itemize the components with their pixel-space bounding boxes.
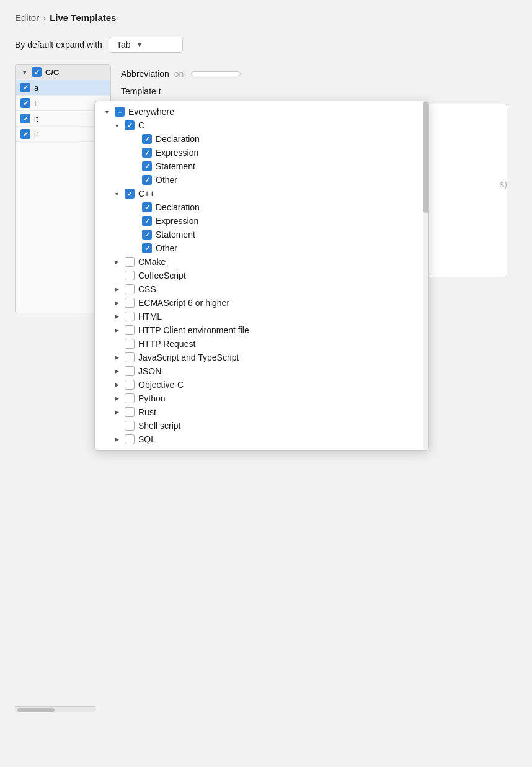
dropdown-item[interactable]: CoffeeScript	[95, 269, 428, 282]
chevron-right-icon: ▶	[112, 409, 121, 415]
horizontal-scrollbar[interactable]	[15, 706, 95, 712]
checkbox-checked[interactable]	[142, 216, 152, 226]
dropdown-item-label: CMake	[138, 257, 166, 267]
abbreviation-suffix: on:	[174, 69, 186, 79]
chevron-right-icon: ▶	[112, 259, 121, 265]
chevron-right-icon: ▶	[112, 354, 121, 361]
checkbox-empty[interactable]	[125, 434, 135, 444]
dropdown-item[interactable]: Expression	[95, 146, 428, 159]
dropdown-item-label: Objective-C	[138, 380, 184, 390]
checkbox-checked[interactable]	[142, 161, 152, 171]
expand-select-value: Tab	[117, 40, 131, 50]
chevron-right-icon: ▶	[112, 395, 121, 401]
partial-text: s)	[500, 179, 507, 189]
abbreviation-label: Abbreviation	[121, 69, 169, 79]
dropdown-scroll-area[interactable]: ▾Everywhere▾CDeclarationExpressionStatem…	[95, 101, 428, 450]
dropdown-item[interactable]: Statement	[95, 228, 428, 241]
dropdown-item-label: Shell script	[138, 421, 180, 431]
checkbox-empty[interactable]	[125, 421, 135, 431]
dropdown-item[interactable]: ▶CSS	[95, 282, 428, 296]
dropdown-item[interactable]: Statement	[95, 159, 428, 173]
abbreviation-input[interactable]	[191, 71, 241, 76]
group-checkbox[interactable]	[32, 67, 42, 77]
chevron-right-icon: ▶	[112, 300, 121, 306]
dropdown-item-label: Statement	[156, 230, 195, 240]
chevron-right-icon: ▶	[112, 327, 121, 333]
checkbox-empty[interactable]	[125, 325, 135, 335]
checkbox-checked[interactable]	[125, 120, 135, 130]
dropdown-item[interactable]: ▾C	[95, 119, 428, 132]
item-checkbox[interactable]	[20, 129, 30, 139]
dropdown-item[interactable]: ▶HTML	[95, 310, 428, 323]
chevron-down-icon: ▾	[20, 68, 28, 76]
item-checkbox[interactable]	[20, 83, 30, 92]
dropdown-item[interactable]: Other	[95, 173, 428, 187]
dropdown-item-label: Everywhere	[128, 107, 174, 117]
chevron-right-icon: ▶	[112, 382, 121, 388]
expand-row: By default expand with Tab ▾	[15, 37, 517, 53]
dropdown-item[interactable]: ▶JavaScript and TypeScript	[95, 351, 428, 364]
checkbox-checked[interactable]	[142, 243, 152, 253]
dropdown-item[interactable]: Declaration	[95, 132, 428, 146]
dropdown-item-label: Other	[156, 243, 177, 253]
chevron-down-icon: ▾	[112, 191, 121, 197]
checkbox-empty[interactable]	[125, 257, 135, 267]
dropdown-item-label: C	[138, 120, 144, 130]
checkbox-empty[interactable]	[125, 284, 135, 294]
group-cc-header[interactable]: ▾ C/C	[16, 65, 110, 80]
breadcrumb-page: Live Templates	[50, 12, 116, 23]
dropdown-item[interactable]: ▶HTTP Client environment file	[95, 323, 428, 337]
dropdown-item[interactable]: Other	[95, 241, 428, 255]
dropdown-item[interactable]: Declaration	[95, 200, 428, 214]
dropdown-item-label: CoffeeScript	[138, 271, 186, 280]
dropdown-item[interactable]: ▶SQL	[95, 433, 428, 446]
dropdown-item[interactable]: ▶Rust	[95, 405, 428, 419]
dropdown-item[interactable]: ▶Python	[95, 392, 428, 405]
checkbox-empty[interactable]	[125, 312, 135, 321]
scrollbar-thumb	[17, 708, 55, 712]
checkbox-empty[interactable]	[125, 366, 135, 376]
abbreviation-row: Abbreviation on:	[121, 69, 507, 79]
item-label: a	[34, 83, 38, 92]
dropdown-item[interactable]: HTTP Request	[95, 337, 428, 351]
checkbox-checked[interactable]	[142, 134, 152, 144]
chevron-right-icon: ▶	[112, 313, 121, 320]
checkbox-empty[interactable]	[125, 352, 135, 362]
checkbox-checked[interactable]	[142, 202, 152, 212]
checkbox-minus[interactable]	[115, 107, 125, 117]
checkbox-empty[interactable]	[125, 271, 135, 280]
item-label: it	[34, 130, 38, 139]
scrollbar-track	[423, 101, 428, 450]
dropdown-item[interactable]: ▶ECMAScript 6 or higher	[95, 296, 428, 310]
checkbox-checked[interactable]	[142, 148, 152, 158]
dropdown-item[interactable]: ▾Everywhere	[95, 105, 428, 119]
dropdown-item[interactable]: ▶Objective-C	[95, 378, 428, 392]
item-checkbox[interactable]	[20, 114, 30, 123]
dropdown-item-label: JSON	[138, 366, 161, 376]
dropdown-item[interactable]: ▾C++	[95, 187, 428, 200]
chevron-right-icon: ▶	[112, 436, 121, 442]
dropdown-item[interactable]: ▶JSON	[95, 364, 428, 378]
dropdown-item[interactable]: Expression	[95, 214, 428, 228]
scrollbar-thumb	[423, 101, 428, 213]
checkbox-checked[interactable]	[125, 189, 135, 199]
chevron-right-icon: ▶	[112, 368, 121, 374]
checkbox-empty[interactable]	[125, 298, 135, 308]
breadcrumb: Editor › Live Templates	[15, 12, 517, 23]
checkbox-checked[interactable]	[142, 230, 152, 240]
dropdown-item-label: HTTP Request	[138, 339, 195, 349]
item-checkbox[interactable]	[20, 98, 30, 108]
checkbox-empty[interactable]	[125, 380, 135, 390]
dropdown-item-label: Declaration	[156, 134, 200, 144]
checkbox-empty[interactable]	[125, 339, 135, 349]
expand-select[interactable]: Tab ▾	[109, 37, 183, 53]
checkbox-checked[interactable]	[142, 175, 152, 185]
checkbox-empty[interactable]	[125, 393, 135, 403]
list-item-a[interactable]: a	[16, 80, 110, 96]
template-text-label: Template t	[121, 86, 161, 96]
chevron-down-icon: ▾	[102, 109, 111, 115]
dropdown-item[interactable]: ▶CMake	[95, 255, 428, 269]
checkbox-empty[interactable]	[125, 407, 135, 417]
dropdown-item[interactable]: Shell script	[95, 419, 428, 433]
dropdown-item-label: SQL	[138, 434, 156, 444]
